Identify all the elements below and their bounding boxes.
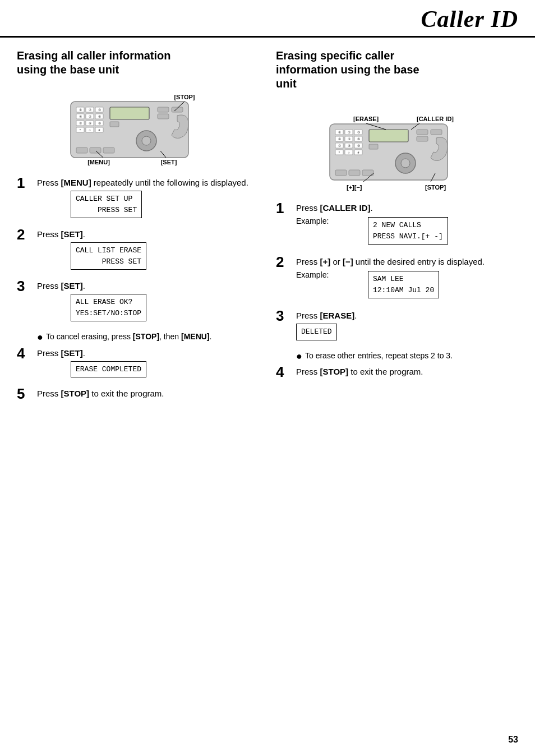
step-number-5: 5 [17, 386, 37, 401]
step-number-3: 3 [17, 279, 37, 293]
svg-text:[STOP]: [STOP] [425, 184, 446, 191]
svg-text:⑧: ⑧ [89, 122, 91, 125]
display-box-1: CALLER SET UP PRESS SET [71, 191, 142, 218]
right-step-4: 4 Press [STOP] to exit the program. [276, 366, 518, 379]
svg-text:③: ③ [98, 108, 101, 112]
svg-rect-66 [369, 130, 408, 142]
display-box-r1: 2 NEW CALLS PRESS NAVI.[+ -] [368, 217, 448, 245]
right-section-heading: Erasing specific caller information usin… [276, 49, 518, 91]
right-step-content-1: Press [CALLER ID]. Example: 2 NEW CALLS … [296, 202, 518, 248]
svg-text:⑦: ⑦ [338, 144, 341, 147]
left-step-2: 2 Press [SET]. CALL LIST ERASE PRESS SET [17, 228, 259, 272]
svg-rect-28 [158, 114, 169, 119]
svg-text:[STOP]: [STOP] [174, 94, 195, 100]
svg-text:○: ○ [348, 151, 350, 154]
bullet-icon: ● [37, 332, 46, 342]
display-box-4: ERASE COMPLETED [71, 361, 146, 378]
right-step-content-3: Press [ERASE]. DELETED [296, 310, 518, 343]
left-step-3: 3 Press [SET]. ALL ERASE OK? YES:SET/NO:… [17, 280, 259, 324]
svg-text:④: ④ [79, 115, 82, 118]
right-step-number-1: 1 [276, 201, 296, 215]
svg-text:＃: ＃ [357, 151, 360, 154]
svg-rect-74 [349, 170, 360, 176]
svg-text:⑥: ⑥ [98, 115, 101, 118]
svg-text:⑥: ⑥ [357, 137, 360, 141]
right-step-number-3: 3 [276, 308, 296, 323]
svg-text:[SET]: [SET] [161, 159, 177, 165]
example-label-1: Example: [296, 215, 334, 227]
svg-rect-33 [90, 147, 101, 153]
step-number-4: 4 [17, 346, 37, 361]
svg-text:[+][−]: [+][−] [347, 184, 362, 191]
step-content-2: Press [SET]. CALL LIST ERASE PRESS SET [37, 228, 259, 272]
svg-rect-73 [335, 170, 347, 176]
left-bullet-3: ● To cancel erasing, press [STOP], then … [37, 331, 259, 343]
right-step-number-4: 4 [276, 365, 296, 379]
svg-text:＊: ＊ [79, 128, 82, 132]
svg-rect-32 [76, 147, 87, 153]
svg-text:①: ① [79, 108, 82, 112]
svg-text:⑧: ⑧ [348, 144, 350, 147]
left-step-5: 5 Press [STOP] to exit the program. [17, 388, 259, 401]
right-step-1: 1 Press [CALLER ID]. Example: 2 NEW CALL… [276, 202, 518, 248]
step-content-1: Press [MENU] repeatedly until the follow… [37, 177, 259, 220]
svg-rect-34 [103, 147, 114, 153]
main-content: Erasing all caller information using the… [0, 38, 535, 420]
example-row-1: Example: 2 NEW CALLS PRESS NAVI.[+ -] [296, 215, 518, 247]
svg-rect-68 [431, 130, 442, 135]
left-column: Erasing all caller information using the… [17, 49, 259, 409]
bullet-icon-right: ● [296, 351, 305, 361]
right-step-number-2: 2 [276, 255, 296, 269]
right-bullet-3: ● To erase other entries, repeat steps 2… [296, 351, 518, 362]
step-content-5: Press [STOP] to exit the program. [37, 388, 259, 399]
svg-rect-29 [110, 122, 119, 127]
svg-text:[MENU]: [MENU] [87, 159, 110, 165]
svg-text:④: ④ [338, 137, 341, 141]
example-label-2: Example: [296, 269, 334, 281]
svg-rect-26 [158, 107, 169, 112]
svg-point-72 [401, 159, 410, 168]
example-row-2: Example: SAM LEE 12:10AM Jul 20 [296, 269, 518, 301]
svg-text:②: ② [348, 131, 350, 134]
right-device-diagram: ① ② ③ ④ ⑤ ⑥ ⑦ ⑧ ⑨ ＊ ○ [313, 99, 481, 194]
svg-text:＊: ＊ [338, 151, 341, 154]
page-title: Caller ID [421, 6, 518, 32]
svg-text:①: ① [338, 131, 341, 134]
right-diagram-wrapper: ① ② ③ ④ ⑤ ⑥ ⑦ ⑧ ⑨ ＊ ○ [276, 99, 518, 194]
right-step-2: 2 Press [+] or [−] until the desired ent… [276, 256, 518, 302]
svg-rect-70 [369, 144, 378, 149]
right-step-content-2: Press [+] or [−] until the desired entry… [296, 256, 518, 302]
right-step-content-4: Press [STOP] to exit the program. [296, 366, 518, 377]
svg-text:②: ② [89, 108, 91, 112]
svg-rect-25 [110, 107, 149, 119]
display-box-3: ALL ERASE OK? YES:SET/NO:STOP [71, 294, 146, 321]
svg-rect-69 [417, 136, 428, 141]
svg-point-31 [142, 136, 151, 145]
display-box-r2: SAM LEE 12:10AM Jul 20 [368, 271, 439, 298]
svg-text:＃: ＃ [98, 128, 101, 132]
left-diagram-wrapper: ① ② ③ ④ ⑤ ⑥ ⑦ ⑧ ⑨ ＊ [17, 85, 259, 169]
step-number-2: 2 [17, 227, 37, 242]
svg-text:⑤: ⑤ [89, 115, 91, 118]
page-number: 53 [508, 735, 518, 745]
step-content-3: Press [SET]. ALL ERASE OK? YES:SET/NO:ST… [37, 280, 259, 324]
left-device-diagram: ① ② ③ ④ ⑤ ⑥ ⑦ ⑧ ⑨ ＊ [54, 85, 222, 169]
svg-text:○: ○ [89, 128, 91, 132]
svg-rect-27 [172, 107, 183, 112]
step-number-1: 1 [17, 176, 37, 190]
svg-text:⑨: ⑨ [98, 122, 101, 125]
svg-text:③: ③ [357, 131, 360, 134]
left-step-1: 1 Press [MENU] repeatedly until the foll… [17, 177, 259, 220]
left-step-4: 4 Press [SET]. ERASE COMPLETED [17, 347, 259, 380]
svg-text:⑦: ⑦ [79, 122, 82, 125]
left-section-heading: Erasing all caller information using the… [17, 49, 259, 77]
display-box-r3: DELETED [296, 324, 337, 340]
svg-text:⑨: ⑨ [357, 144, 360, 147]
svg-text:⑤: ⑤ [348, 137, 350, 141]
right-step-3: 3 Press [ERASE]. DELETED [276, 310, 518, 343]
svg-text:[ERASE]: [ERASE] [353, 116, 379, 122]
step-content-4: Press [SET]. ERASE COMPLETED [37, 347, 259, 380]
display-box-2: CALL LIST ERASE PRESS SET [71, 242, 146, 270]
page-header: Caller ID [0, 0, 535, 38]
svg-rect-67 [417, 130, 428, 135]
